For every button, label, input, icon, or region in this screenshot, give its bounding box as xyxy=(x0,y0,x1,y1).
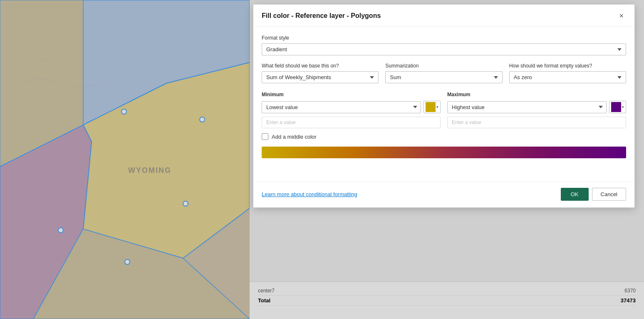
dialog-body: Format style Gradient Rules Field value … xyxy=(253,27,634,165)
cancel-button[interactable]: Cancel xyxy=(592,188,626,201)
middle-color-label[interactable]: Add a middle color xyxy=(272,134,317,140)
maximum-type-select[interactable]: Highest value xyxy=(447,101,607,113)
empty-values-label: How should we format empty values? xyxy=(509,63,626,69)
dialog-header: Fill color - Reference layer - Polygons … xyxy=(253,5,634,27)
summarization-group: Summarization Sum xyxy=(385,63,502,83)
field-select[interactable]: Sum of Weekly_Shipments xyxy=(262,71,379,83)
maximum-color-chevron: ▾ xyxy=(622,105,624,109)
maximum-value-input[interactable] xyxy=(447,117,626,128)
empty-values-group: How should we format empty values? As ze… xyxy=(509,63,626,83)
maximum-controls: Highest value ▾ xyxy=(447,101,626,113)
empty-values-select[interactable]: As zero xyxy=(509,71,626,83)
minimum-controls: Lowest value ▾ xyxy=(262,101,441,113)
minimum-color-chevron: ▾ xyxy=(436,105,438,109)
field-label: What field should we base this on? xyxy=(262,63,379,69)
maximum-color-button[interactable]: ▾ xyxy=(609,101,626,113)
summarization-select[interactable]: Sum xyxy=(385,71,502,83)
dialog-title: Fill color - Reference layer - Polygons xyxy=(262,12,381,20)
minimum-label: Minimum xyxy=(262,92,441,97)
ok-button[interactable]: OK xyxy=(561,188,589,201)
minimum-type-select[interactable]: Lowest value xyxy=(262,101,421,113)
footer-buttons: OK Cancel xyxy=(561,188,626,201)
format-style-select[interactable]: Gradient Rules Field value xyxy=(262,43,626,55)
maximum-label: Maximum xyxy=(447,92,626,97)
minimum-value-input[interactable] xyxy=(262,117,441,128)
field-group: What field should we base this on? Sum o… xyxy=(262,63,379,83)
gradient-preview-bar xyxy=(262,147,626,158)
learn-more-link[interactable]: Learn more about conditional formatting xyxy=(262,191,357,197)
middle-color-row: Add a middle color xyxy=(262,133,626,140)
maximum-color-swatch xyxy=(611,102,621,112)
minimum-color-button[interactable]: ▾ xyxy=(424,101,441,113)
minimum-color-swatch xyxy=(426,102,436,112)
dialog-footer: Learn more about conditional formatting … xyxy=(253,182,634,207)
format-style-group: Format style Gradient Rules Field value xyxy=(262,35,626,55)
minimum-group: Minimum Lowest value ▾ xyxy=(262,92,441,128)
summarization-label: Summarization xyxy=(385,63,502,69)
fill-color-dialog: Fill color - Reference layer - Polygons … xyxy=(253,4,635,208)
minmax-row: Minimum Lowest value ▾ Maximum xyxy=(262,92,626,128)
middle-color-checkbox[interactable] xyxy=(262,133,268,140)
close-button[interactable]: × xyxy=(617,11,626,20)
field-row: What field should we base this on? Sum o… xyxy=(262,63,626,83)
maximum-group: Maximum Highest value ▾ xyxy=(447,92,626,128)
format-style-label: Format style xyxy=(262,35,626,41)
